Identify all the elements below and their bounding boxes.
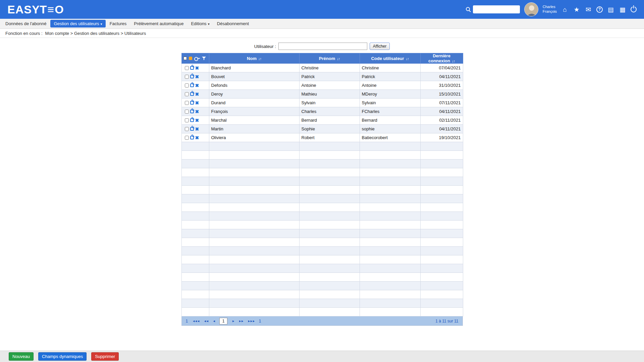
table-row[interactable]: ✖ Durand Sylvain Sylvain 07/11/2021	[181, 99, 463, 107]
column-header-prenom[interactable]: Prénom↓↑	[299, 53, 360, 64]
table-row[interactable]: ✖ Martin Sophie sophie 04/11/2021	[181, 125, 463, 133]
help-icon[interactable]: ?	[596, 6, 603, 13]
column-header-derniere-connexion[interactable]: Dernière connexion↓↑	[420, 53, 463, 64]
nouveau-button[interactable]: Nouveau	[9, 352, 34, 361]
pagination-first-page-label[interactable]: 1	[186, 319, 188, 323]
row-checkbox[interactable]	[185, 118, 189, 122]
menu-item-gestion-utilisateurs[interactable]: Gestion des utilisateurs▾	[50, 20, 105, 27]
select-all-checkbox[interactable]	[183, 57, 187, 60]
pagination-fast-next-icon[interactable]: ►►	[238, 319, 243, 323]
afficher-button[interactable]: Afficher	[370, 43, 390, 50]
user-avatar[interactable]	[524, 2, 538, 16]
menu-item-factures[interactable]: Factures	[106, 20, 130, 27]
empty-cell	[181, 282, 209, 290]
user-filter-input[interactable]	[278, 43, 367, 50]
delete-icon[interactable]: ✖	[195, 74, 199, 79]
user-name[interactable]: Charles François	[543, 5, 557, 14]
delete-icon[interactable]: ✖	[195, 127, 199, 131]
pagination-last-page-label[interactable]: 1	[259, 319, 261, 323]
apps-grid-icon[interactable]: ▦	[619, 6, 626, 13]
menu-item-desabonnement[interactable]: Désabonnement	[214, 20, 252, 27]
edit-icon[interactable]	[190, 75, 194, 78]
delete-icon[interactable]: ✖	[195, 135, 199, 140]
empty-table-row	[181, 238, 463, 247]
row-checkbox[interactable]	[185, 66, 189, 70]
table-row[interactable]: ✖ Bouvet Patrick Patrick 04/11/2021	[181, 72, 463, 81]
empty-cell	[209, 221, 299, 229]
table-row[interactable]: ✖ Defonds Antoine Antoine 31/10/2021	[181, 81, 463, 90]
delete-icon[interactable]: ✖	[195, 92, 199, 97]
empty-cell	[420, 151, 463, 160]
delete-icon[interactable]: ✖	[195, 109, 199, 114]
pagination-first-icon[interactable]: ◄◄◄	[192, 319, 199, 323]
empty-cell	[181, 264, 209, 273]
pagination-current-page[interactable]: 1	[219, 318, 228, 324]
row-checkbox[interactable]	[185, 136, 189, 140]
edit-icon[interactable]	[190, 127, 194, 131]
key-icon[interactable]	[194, 56, 200, 60]
supprimer-button[interactable]: Supprimer	[91, 352, 119, 361]
pagination-next-icon[interactable]: ►	[232, 319, 234, 323]
table-row[interactable]: ✖ Deroy Mathieu MDeroy 15/10/2021	[181, 90, 463, 99]
cell-prenom: Charles	[299, 107, 360, 116]
table-row[interactable]: ✖ Oliviera Robert Batiecorobert 19/10/20…	[181, 133, 463, 142]
menu-item-prelevement-automatique[interactable]: Prélèvement automatique	[130, 20, 187, 27]
star-favorites-icon[interactable]: ★	[573, 6, 580, 13]
sort-icon[interactable]: ↓↑	[452, 59, 455, 63]
mail-icon[interactable]: ✉	[585, 6, 592, 13]
column-header-label: Code utilisateur	[371, 56, 404, 61]
empty-cell	[209, 194, 299, 203]
empty-cell	[181, 212, 209, 221]
row-checkbox[interactable]	[185, 92, 189, 96]
table-row[interactable]: ✖ Marchal Bernard Bernard 02/11/2021	[181, 116, 463, 125]
edit-icon[interactable]	[190, 118, 194, 122]
empty-cell	[360, 160, 420, 168]
filter-funnel-icon[interactable]	[202, 56, 206, 60]
pagination-last-icon[interactable]: ►►►	[248, 319, 255, 323]
table-row[interactable]: ✖ Blanchard Christine Christine 07/04/20…	[181, 64, 463, 72]
edit-icon[interactable]	[190, 101, 194, 105]
edit-icon[interactable]	[190, 92, 194, 96]
row-checkbox[interactable]	[185, 83, 189, 87]
column-header-nom[interactable]: Nom↓↑	[209, 53, 299, 64]
empty-cell	[209, 308, 299, 316]
row-checkbox[interactable]	[185, 110, 189, 114]
row-actions-cell: ✖	[181, 116, 209, 125]
power-logout-icon[interactable]	[631, 6, 637, 12]
empty-cell	[181, 247, 209, 255]
home-icon[interactable]: ⌂	[561, 6, 569, 13]
empty-table-row	[181, 203, 463, 212]
row-checkbox[interactable]	[185, 75, 189, 79]
champs-dynamiques-button[interactable]: Champs dynamiques	[38, 352, 87, 361]
delete-icon[interactable]: ✖	[195, 66, 199, 70]
row-checkbox[interactable]	[185, 127, 189, 131]
edit-icon[interactable]	[190, 110, 194, 113]
menu-item-donnees-abonne[interactable]: Données de l'abonné	[2, 20, 50, 27]
row-actions-cell: ✖	[181, 81, 209, 90]
edit-icon[interactable]	[190, 83, 194, 87]
edit-icon[interactable]	[190, 66, 194, 70]
row-checkbox[interactable]	[185, 101, 189, 105]
sort-icon[interactable]: ↓↑	[337, 57, 340, 61]
sort-icon[interactable]: ↓↑	[258, 57, 261, 61]
orange-square-icon[interactable]	[189, 57, 192, 60]
breadcrumb: Fonction en cours : Mon compte > Gestion…	[0, 29, 644, 38]
pagination-fast-prev-icon[interactable]: ◄◄	[204, 319, 208, 323]
table-row[interactable]: ✖ François Charles FCharles 04/11/2021	[181, 107, 463, 116]
sort-icon[interactable]: ↓↑	[406, 57, 409, 61]
empty-cell	[299, 194, 360, 203]
cell-prenom: Patrick	[299, 72, 360, 81]
column-header-code-utilisateur[interactable]: Code utilisateur↓↑	[360, 53, 420, 64]
delete-icon[interactable]: ✖	[195, 83, 199, 88]
empty-cell	[209, 273, 299, 282]
topbar-search-input[interactable]	[473, 5, 520, 13]
edit-icon[interactable]	[190, 136, 194, 139]
easyteo-logo[interactable]: EASYT≡O	[7, 3, 64, 16]
document-list-icon[interactable]: ▤	[607, 6, 614, 13]
empty-cell	[181, 290, 209, 299]
menu-item-editions[interactable]: Editions▾	[187, 20, 213, 27]
delete-icon[interactable]: ✖	[195, 118, 199, 123]
pagination-prev-icon[interactable]: ◄	[213, 319, 215, 323]
empty-cell	[360, 247, 420, 255]
delete-icon[interactable]: ✖	[195, 101, 199, 105]
